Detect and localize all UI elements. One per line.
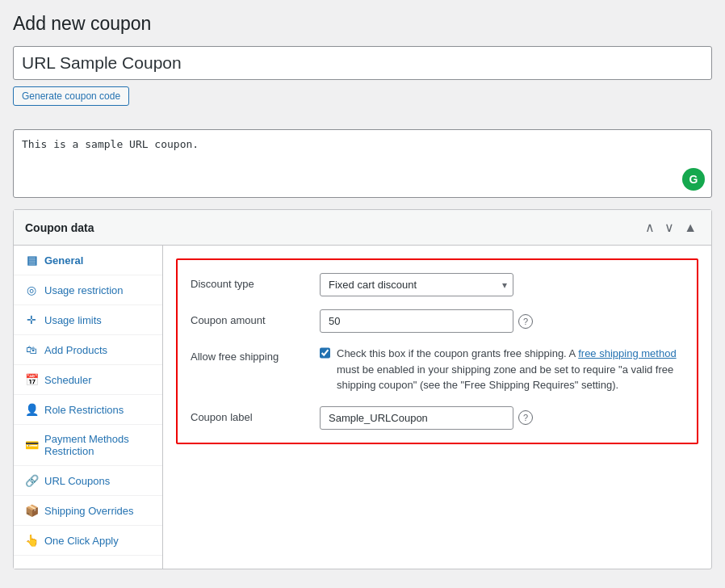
coupon-amount-label: Coupon amount [191, 309, 320, 326]
discount-type-select[interactable]: Percentage discount Fixed cart discount … [320, 273, 513, 296]
usage-restriction-icon: ◎ [25, 284, 38, 296]
discount-type-select-wrapper: Percentage discount Fixed cart discount … [320, 273, 513, 296]
shipping-overrides-icon: 📦 [25, 504, 38, 517]
discount-type-row: Discount type Percentage discount Fixed … [191, 273, 684, 296]
coupon-name-input[interactable] [13, 46, 712, 80]
role-restrictions-icon: 👤 [25, 403, 38, 416]
general-icon: ▤ [25, 254, 38, 267]
general-form-section: Discount type Percentage discount Fixed … [176, 258, 698, 444]
collapse-down-button[interactable]: ∨ [661, 218, 677, 237]
sidebar-item-payment-methods-label: Payment Methods Restriction [44, 433, 151, 457]
sidebar-item-usage-restriction[interactable]: ◎ Usage restriction [14, 275, 162, 305]
payment-methods-icon: 💳 [25, 439, 38, 452]
coupon-description-area: This is a sample URL coupon. G [13, 129, 712, 198]
collapse-button[interactable]: ▲ [681, 218, 700, 237]
sidebar-item-usage-limits-label: Usage limits [44, 314, 102, 326]
general-tab-content: Discount type Percentage discount Fixed … [163, 246, 711, 569]
page-title: Add new coupon [13, 13, 712, 35]
sidebar-item-payment-methods[interactable]: 💳 Payment Methods Restriction [14, 425, 162, 466]
coupon-data-body: ▤ General ◎ Usage restriction ✛ Usage li… [14, 246, 711, 569]
coupon-label-help-icon: ? [518, 410, 533, 425]
coupon-label-row: Coupon label ? [191, 406, 684, 430]
sidebar-item-shipping-overrides[interactable]: 📦 Shipping Overrides [14, 496, 162, 526]
add-products-icon: 🛍 [25, 343, 38, 356]
coupon-label-input[interactable] [320, 406, 513, 430]
header-controls: ∧ ∨ ▲ [642, 218, 700, 237]
grammarly-icon: G [682, 168, 705, 191]
sidebar-item-url-coupons[interactable]: 🔗 URL Coupons [14, 466, 162, 496]
scheduler-icon: 📅 [25, 373, 38, 386]
sidebar-item-usage-restriction-label: Usage restriction [44, 284, 124, 296]
coupon-data-header: Coupon data ∧ ∨ ▲ [14, 210, 711, 246]
generate-coupon-button[interactable]: Generate coupon code [13, 86, 129, 106]
sidebar-item-one-click-apply-label: One Click Apply [44, 535, 119, 547]
free-shipping-method-link[interactable]: free shipping method [578, 347, 676, 359]
sidebar-item-one-click-apply[interactable]: 👆 One Click Apply [14, 526, 162, 556]
free-shipping-checkbox-row: Check this box if the coupon grants free… [320, 346, 684, 393]
allow-free-shipping-checkbox[interactable] [320, 347, 330, 359]
sidebar-item-general-label: General [44, 254, 83, 267]
sidebar-item-add-products-label: Add Products [44, 344, 107, 356]
coupon-amount-field: ? [320, 309, 684, 333]
one-click-apply-icon: 👆 [25, 534, 38, 547]
coupon-data-title: Coupon data [25, 221, 94, 234]
sidebar: ▤ General ◎ Usage restriction ✛ Usage li… [14, 246, 163, 569]
free-shipping-description: Check this box if the coupon grants free… [337, 346, 684, 393]
sidebar-item-role-restrictions-label: Role Restrictions [44, 404, 124, 416]
allow-free-shipping-row: Allow free shipping Check this box if th… [191, 346, 684, 393]
sidebar-item-scheduler-label: Scheduler [44, 374, 92, 386]
usage-limits-icon: ✛ [25, 313, 38, 326]
sidebar-item-shipping-overrides-label: Shipping Overrides [44, 505, 134, 517]
sidebar-item-scheduler[interactable]: 📅 Scheduler [14, 365, 162, 395]
sidebar-item-role-restrictions[interactable]: 👤 Role Restrictions [14, 395, 162, 425]
coupon-description-input[interactable]: This is a sample URL coupon. [22, 138, 703, 187]
coupon-amount-row: Coupon amount ? [191, 309, 684, 333]
coupon-amount-input[interactable] [320, 309, 513, 333]
sidebar-item-usage-limits[interactable]: ✛ Usage limits [14, 305, 162, 335]
collapse-up-button[interactable]: ∧ [642, 218, 658, 237]
discount-type-label: Discount type [191, 273, 320, 290]
sidebar-item-add-products[interactable]: 🛍 Add Products [14, 335, 162, 365]
coupon-label-label: Coupon label [191, 406, 320, 423]
allow-free-shipping-field: Check this box if the coupon grants free… [320, 346, 684, 393]
discount-type-field: Percentage discount Fixed cart discount … [320, 273, 684, 296]
allow-free-shipping-label: Allow free shipping [191, 346, 320, 363]
sidebar-item-general[interactable]: ▤ General [14, 246, 162, 275]
url-coupons-icon: 🔗 [25, 474, 38, 487]
coupon-amount-help-icon: ? [518, 314, 533, 329]
coupon-label-field: ? [320, 406, 684, 430]
sidebar-item-url-coupons-label: URL Coupons [44, 475, 110, 487]
coupon-data-box: Coupon data ∧ ∨ ▲ ▤ General ◎ Usage rest… [13, 209, 712, 569]
